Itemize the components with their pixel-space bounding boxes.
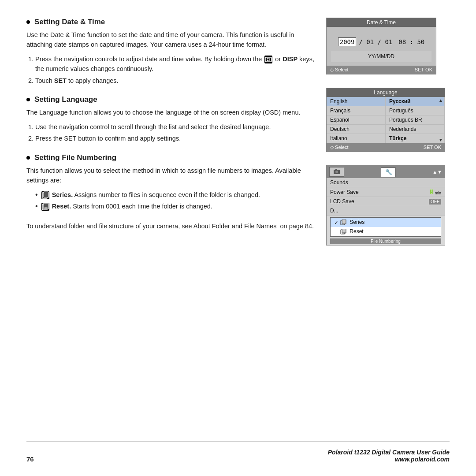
off-badge: OFF <box>429 199 441 205</box>
svg-rect-3 <box>44 192 48 197</box>
d-row: D... <box>327 206 445 216</box>
svg-text:🔧: 🔧 <box>385 169 392 175</box>
language-heading: Setting Language <box>26 95 317 104</box>
svg-point-1 <box>267 58 270 61</box>
lang-cell: English <box>327 97 386 106</box>
step-item: Press the navigation controls to adjust … <box>35 54 317 74</box>
tab-scroll-arrows: ▲▼ <box>432 169 442 175</box>
year-value: 2009 <box>338 37 357 46</box>
camera-button-icon <box>264 56 272 63</box>
language-section: Setting Language The Language function a… <box>26 95 317 143</box>
lang-cell: Nederlands <box>386 125 445 134</box>
step-item: Use the navigation control to scroll thr… <box>35 122 317 132</box>
series-file-icon <box>41 191 49 199</box>
website-url: www.polaroid.com <box>328 456 450 463</box>
page-footer: 76 Polaroid t1232 Digital Camera User Gu… <box>26 441 450 463</box>
left-column: Setting Date & Time Use the Date & Time … <box>26 18 326 437</box>
lang-cell: Français <box>327 106 386 115</box>
language-panel: Language ▲ English Русский Français Port… <box>326 88 445 152</box>
datetime-panel-title: Date & Time <box>327 18 436 27</box>
lang-cell: Русский <box>386 97 445 106</box>
closing-text: To understand folder and file structure … <box>26 221 317 231</box>
footer-brand: Polaroid t1232 Digital Camera User Guide… <box>328 449 450 463</box>
lang-cell: Italiano <box>327 134 386 143</box>
file-numbering-dropdown: ✓ Series ✓ 0001 Reset <box>330 217 441 237</box>
step-item: Press the SET button to confirm and appl… <box>35 134 317 143</box>
lang-cell: Español <box>327 115 386 125</box>
file-numbering-bullets: Series. Assigns number to files in seque… <box>35 190 317 212</box>
date-time-section: Setting Date & Time Use the Date & Time … <box>26 18 317 86</box>
bullet-item: 0001 Reset. Starts from 0001 each time t… <box>35 201 317 211</box>
content-area: Setting Date & Time Use the Date & Time … <box>26 18 450 437</box>
power-save-row: Power Save 🔋min <box>327 187 445 197</box>
language-grid: English Русский Français Português Españ… <box>327 97 445 143</box>
svg-rect-12 <box>342 219 346 224</box>
svg-text:0001: 0001 <box>342 231 347 234</box>
datetime-panel: Date & Time 2009 / 01 / 01 08 : 50 YY/MM… <box>326 18 436 74</box>
wrench-tab[interactable]: 🔧 <box>381 167 396 177</box>
language-body: The Language function allows you to choo… <box>26 108 317 117</box>
datetime-format: YY/MM/DD <box>331 51 431 62</box>
page-number: 76 <box>26 455 34 463</box>
right-column: Date & Time 2009 / 01 / 01 08 : 50 YY/MM… <box>326 18 450 437</box>
svg-point-8 <box>335 171 338 173</box>
lang-cell: Türkçe <box>386 134 445 143</box>
svg-text:0001: 0001 <box>44 207 48 209</box>
camera-tab[interactable] <box>329 167 344 177</box>
date-time-body: Use the Date & Time function to set the … <box>26 30 317 50</box>
reset-file-icon: 0001 <box>41 203 49 211</box>
settings-tabs: 🔧 ▲▼ <box>327 166 445 178</box>
bullet-item: Series. Assigns number to files in seque… <box>35 190 317 200</box>
bullet-icon <box>26 98 30 101</box>
series-option[interactable]: ✓ Series <box>331 218 441 227</box>
file-numbering-body: This function allows you to select the m… <box>26 166 317 186</box>
file-numbering-label: File Numbering <box>330 238 441 244</box>
language-steps: Use the navigation control to scroll thr… <box>35 122 317 144</box>
date-time-steps: Press the navigation controls to adjust … <box>35 54 317 86</box>
lang-cell: Deutsch <box>327 125 386 134</box>
bullet-icon <box>26 156 30 160</box>
date-time-heading: Setting Date & Time <box>26 18 317 26</box>
language-footer: ◇ Select SET OK <box>327 143 445 152</box>
file-numbering-section: Setting File Numbering This function all… <box>26 153 317 212</box>
language-panel-title: Language <box>327 88 445 97</box>
datetime-display: 2009 / 01 / 01 08 : 50 <box>331 33 431 51</box>
brand-title: Polaroid t1232 Digital Camera User Guide <box>328 449 450 456</box>
date-rest: / 01 / 01 <box>359 38 392 45</box>
page: Setting Date & Time Use the Date & Time … <box>0 0 476 476</box>
sounds-row: Sounds <box>327 178 445 187</box>
datetime-footer: ◇ Select SET OK <box>327 66 436 74</box>
bullet-icon <box>26 20 30 24</box>
settings-panel: 🔧 ▲▼ Sounds Power Save 🔋min LCD Save OFF <box>326 165 445 245</box>
file-numbering-heading: Setting File Numbering <box>26 153 317 162</box>
reset-option[interactable]: ✓ 0001 Reset <box>331 227 441 236</box>
lang-cell: Português <box>386 106 445 115</box>
lang-cell: Português BR <box>386 115 445 125</box>
time-value: 08 : 50 <box>398 38 424 45</box>
svg-rect-9 <box>335 169 337 170</box>
step-item: Touch SET to apply changes. <box>35 76 317 86</box>
lcd-save-row: LCD Save OFF <box>327 197 445 206</box>
